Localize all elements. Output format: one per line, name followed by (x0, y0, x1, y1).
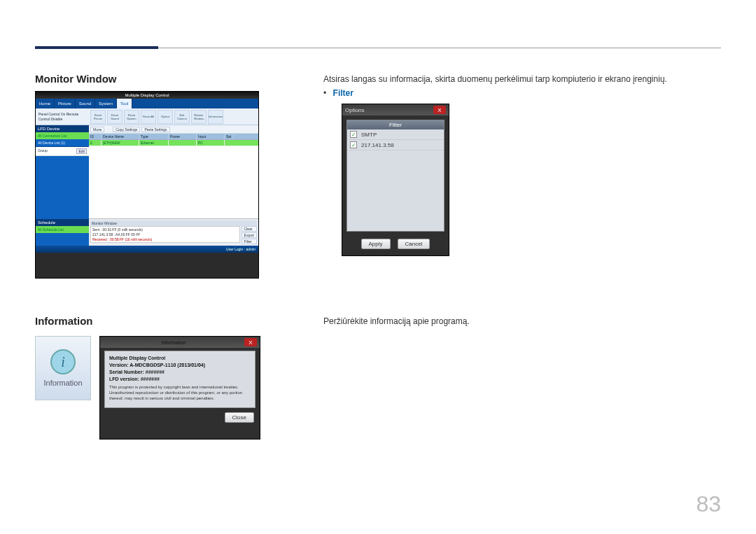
grid-row[interactable]: 0 [ETH]NEW Ethernet PC (89, 140, 258, 146)
info-lfd: LFD version: ####### (109, 377, 251, 381)
info-dialog-body: Multiple Display Control Version: A-MDCB… (104, 351, 255, 408)
grid-body: 0 [ETH]NEW Ethernet PC (89, 140, 258, 218)
app-footer: User Login : admin (36, 246, 258, 253)
side-lfd-header: LFD Device (36, 125, 89, 132)
toolbar: Move Copy Settings Paste Settings (89, 125, 258, 134)
filter-dialog-title: Options X (342, 104, 449, 115)
side-edit-button[interactable]: Edit (76, 148, 87, 154)
copy-settings-button[interactable]: Copy Settings (113, 127, 140, 132)
monitor-window-icon[interactable]: Monitor Window (191, 110, 206, 124)
export-button[interactable]: Export (241, 232, 257, 238)
paste-settings-button[interactable]: Paste Settings (141, 127, 169, 132)
sidebar: LFD Device All Connection List All Devic… (36, 125, 89, 246)
filter-row-label: 217.141.3.58 (361, 142, 394, 148)
side-all-connection[interactable]: All Connection List (36, 132, 89, 139)
header-accent (35, 46, 158, 49)
main-area: Move Copy Settings Paste Settings ID Dev… (89, 125, 258, 246)
filter-row-smtp[interactable]: ✓ SMTP (347, 129, 444, 140)
page-number: 83 (696, 491, 721, 517)
filter-bullet: • Filter (323, 88, 715, 98)
tab-sound[interactable]: Sound (76, 99, 95, 108)
app-title: Multiple Display Control (36, 92, 258, 99)
information-icon[interactable]: Information (208, 110, 223, 124)
info-dialog-title-text: Information (103, 340, 244, 345)
reset-sound-icon[interactable]: Reset Sound (107, 110, 122, 124)
side-group-label: Group (38, 148, 48, 154)
filter-row-label: SMTP (361, 132, 377, 138)
information-dialog: Information X Multiple Display Control V… (99, 336, 260, 440)
close-icon[interactable]: X (244, 338, 257, 346)
reset-picture-icon[interactable]: Reset Picture (90, 110, 106, 124)
info-dialog-title: Information X (100, 337, 260, 348)
monitor-log: Sent : 00:31:FF (0 milli seconds) 217.14… (90, 226, 240, 243)
info-icon-label: Information (43, 379, 82, 387)
monitor-window-description: Atsiras langas su informacija, skirta du… (323, 74, 715, 84)
close-button[interactable]: Close (225, 412, 254, 423)
monitor-window-app-screenshot: Multiple Display Control Home Picture So… (35, 91, 259, 279)
filter-label: Filter (333, 88, 354, 98)
side-schedule-header: Schedule (36, 219, 89, 226)
close-icon[interactable]: X (433, 106, 446, 114)
apply-button[interactable]: Apply (361, 239, 391, 249)
information-heading: Information (35, 315, 301, 327)
grid-header: ID Device Name Type Power Input Set (89, 134, 258, 140)
information-icon-tile[interactable]: i Information (35, 336, 91, 400)
reset-all-icon[interactable]: Reset All (141, 110, 156, 124)
side-all-device[interactable]: All Device List (1) (36, 139, 89, 147)
side-group-row[interactable]: Group Edit (36, 147, 89, 156)
app-tabs: Home Picture Sound System Tool (36, 99, 258, 108)
cancel-button[interactable]: Cancel (398, 239, 430, 249)
tab-system[interactable]: System (95, 99, 117, 108)
tab-home[interactable]: Home (36, 99, 55, 108)
reset-system-icon[interactable]: Reset System (124, 110, 139, 124)
monitor-window-heading: Monitor Window (35, 73, 301, 85)
edit-column-icon[interactable]: Edit Column (174, 110, 190, 124)
check-icon[interactable]: ✓ (350, 131, 357, 138)
monitor-panel-title: Monitor Window (90, 220, 257, 226)
subbar: Panel Control On Remote Control Disable … (36, 108, 258, 125)
filter-header: Filter (347, 120, 444, 129)
filter-dialog-title-text: Options (345, 107, 365, 113)
filter-button[interactable]: Filter (241, 239, 257, 244)
tab-tool[interactable]: Tool (117, 99, 132, 108)
clear-button[interactable]: Clear (241, 226, 257, 232)
bullet-dot: • (323, 88, 326, 98)
filter-buttons: Apply Cancel (342, 236, 449, 253)
tab-picture[interactable]: Picture (55, 99, 76, 108)
information-description: Peržiūrėkite informaciją apie programą. (323, 316, 715, 326)
info-version: Version: A-MDCBGDSP-1110 (2013/01/04) (109, 363, 251, 367)
check-icon[interactable]: ✓ (350, 141, 357, 148)
side-all-schedule[interactable]: All Schedule List (36, 226, 89, 233)
monitor-panel: Monitor Window Sent : 00:31:FF (0 milli … (89, 218, 258, 246)
info-app-name: Multiple Display Control (109, 356, 251, 360)
filter-body: Filter ✓ SMTP ✓ 217.141.3.58 (346, 120, 444, 232)
subbar-left: Panel Control On Remote Control Disable (38, 112, 89, 122)
info-copyright: This program is protected by copyright l… (109, 384, 251, 401)
move-button[interactable]: Move (90, 127, 104, 132)
filter-dialog: Options X Filter ✓ SMTP ✓ 217.141.3.58 A… (342, 104, 449, 256)
info-icon: i (50, 349, 76, 374)
filter-row-ip[interactable]: ✓ 217.141.3.58 (347, 140, 444, 150)
info-serial: Serial Number: ####### (109, 370, 251, 374)
option-icon[interactable]: Option (158, 110, 173, 124)
